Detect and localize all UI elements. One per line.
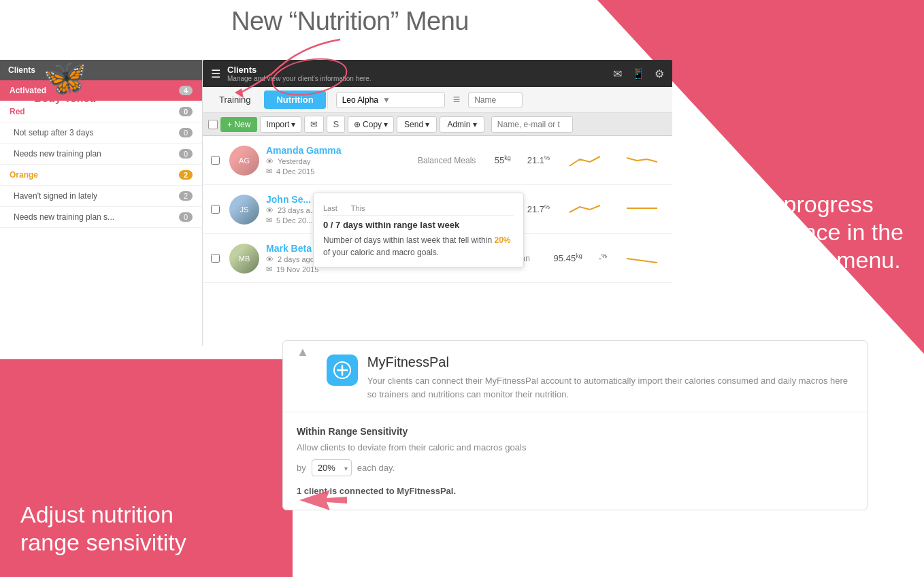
eye-icon: 👁: [266, 255, 274, 263]
butterfly-icon: 🦋: [34, 60, 96, 95]
eye-icon: 👁: [266, 206, 274, 214]
table-row: AG Amanda Gamma 👁 Yesterday ✉ 4 Dec 2015…: [203, 136, 672, 185]
name-filter-input[interactable]: [468, 92, 523, 108]
avatar: JS: [229, 195, 259, 225]
mfp-desc: Your clients can connect their MyFitness…: [367, 374, 853, 401]
chevron-down-icon: ▾: [425, 120, 429, 129]
svg-marker-0: [235, 88, 244, 98]
row-checkbox[interactable]: [211, 205, 220, 214]
sort-icon[interactable]: ≡: [453, 93, 461, 107]
svg-marker-5: [299, 490, 347, 510]
svg-point-1: [269, 54, 349, 100]
mfp-logo-svg: [333, 361, 352, 380]
bottom-left-promo-text: Adjust nutritionrange sensivitity: [20, 501, 186, 557]
collapse-icon[interactable]: ▲: [297, 345, 309, 359]
copy-button[interactable]: ⊕ Copy ▾: [348, 116, 394, 133]
sidebar-item-label: Not setup after 3 days: [14, 128, 93, 137]
client-plan: Balanced Meals: [406, 156, 488, 165]
send-button[interactable]: Send ▾: [397, 116, 437, 133]
trend-chart: [623, 249, 664, 268]
tooltip-box: Last This 0 / 7 days within range last w…: [313, 193, 524, 267]
select-all-checkbox[interactable]: [208, 120, 218, 129]
sidebar-item-label: Orange: [10, 170, 38, 180]
logo-text: Body Toned: [34, 93, 96, 105]
client-name[interactable]: Amanda Gamma: [266, 145, 399, 156]
sensitivity-select[interactable]: 5% 10% 15% 20% 25% 30%: [312, 459, 352, 476]
logo-area: 🦋 Body Toned: [34, 60, 96, 105]
sidebar-item-havent-signed[interactable]: Haven't signed in lately 2: [0, 186, 202, 207]
fat-stat: -%: [599, 252, 607, 263]
mfp-section: ▲ MyFitnessPal Your clients can connect …: [283, 341, 867, 412]
sensitivity-title: Within Range Sensitivity: [297, 426, 853, 437]
nav-icons: ✉ 📱 ⚙: [613, 67, 664, 80]
envelope-icon: ✉: [266, 167, 272, 176]
badge: 0: [179, 212, 193, 222]
arrow-annotation-svg: [293, 483, 354, 517]
client-panel-header: Clients: [0, 60, 202, 80]
trend-chart: [566, 151, 607, 170]
client-stats: 95.45kg -%: [554, 249, 664, 268]
client-meta: 👁 Yesterday: [266, 157, 399, 165]
sidebar-item-needs-training[interactable]: Needs new training plan 0: [0, 144, 202, 165]
badge: 0: [179, 107, 193, 116]
sensitivity-after-label: each day.: [357, 463, 395, 473]
chevron-down-icon: ▾: [473, 120, 477, 129]
search-input[interactable]: [491, 116, 573, 133]
sidebar-item-notsetup[interactable]: Not setup after 3 days 0: [0, 122, 202, 144]
client-info: Amanda Gamma 👁 Yesterday ✉ 4 Dec 2015: [266, 145, 399, 176]
client-panel: Clients Activated 4 Red 0 Not setup afte…: [0, 60, 203, 346]
badge: 2: [179, 170, 193, 180]
badge: 4: [179, 86, 193, 95]
sidebar-item-needs-training-s[interactable]: Needs new training plan s... 0: [0, 207, 202, 228]
trend-chart-2: [623, 151, 664, 170]
annotation-area: New “Nutrition” Menu: [231, 7, 469, 36]
sensitivity-text-before: Allow clients to deviate from their calo…: [297, 442, 853, 452]
chevron-down-icon: ▼: [382, 95, 391, 105]
weight-stat: 95.45kg: [554, 252, 582, 263]
annotation-title: New “Nutrition” Menu: [231, 7, 469, 36]
connected-text: 1 client is connected to MyFitnessPal.: [297, 486, 853, 496]
mfp-title: MyFitnessPal: [367, 355, 853, 370]
row-checkbox[interactable]: [211, 156, 220, 165]
last-label: Last: [323, 204, 337, 212]
tooltip-title: 0 / 7 days within range last week: [323, 220, 514, 230]
fat-stat: 21.7%: [527, 203, 550, 214]
settings-icon[interactable]: ⚙: [655, 67, 664, 80]
client-stats: 55kg 21.1%: [495, 151, 664, 170]
badge: 2: [179, 191, 193, 201]
copy-icon: ⊕: [354, 120, 361, 129]
admin-button[interactable]: Admin ▾: [440, 116, 484, 133]
row-checkbox[interactable]: [211, 254, 220, 263]
sidebar-item-red[interactable]: Red 0: [0, 101, 202, 122]
badge: 0: [179, 128, 193, 137]
client-meta-date: ✉ 4 Dec 2015: [266, 167, 399, 176]
this-label: This: [351, 204, 365, 212]
sidebar-item-label: Red: [10, 107, 25, 116]
sensitivity-by-label: by: [297, 463, 306, 473]
email-action-button[interactable]: ✉: [304, 116, 324, 133]
envelope-icon: ✉: [266, 265, 272, 274]
avatar: MB: [229, 244, 259, 274]
skype-button[interactable]: S: [327, 116, 345, 133]
sensitivity-inline: by 5% 10% 15% 20% 25% 30% ▾ each day.: [297, 459, 853, 476]
mobile-icon[interactable]: 📱: [631, 67, 645, 80]
weight-stat: 55kg: [495, 154, 511, 165]
curved-arrow-svg: [218, 33, 367, 101]
sidebar-item-label: Haven't signed in lately: [14, 191, 97, 201]
sidebar-item-label: Needs new training plan: [14, 149, 101, 159]
sidebar-item-activated[interactable]: Activated 4: [0, 80, 202, 101]
mail-icon[interactable]: ✉: [613, 67, 622, 80]
avatar: AG: [229, 146, 259, 176]
bottom-panel: ▲ MyFitnessPal Your clients can connect …: [282, 340, 868, 510]
import-button[interactable]: Import ▾: [260, 116, 301, 133]
trend-chart-2: [623, 200, 664, 219]
chevron-down-icon: ▾: [291, 120, 295, 129]
fat-stat: 21.1%: [527, 154, 550, 165]
sidebar-item-orange[interactable]: Orange 2: [0, 165, 202, 186]
tooltip-text: Number of days within last week that fel…: [323, 234, 514, 259]
new-button[interactable]: + New: [220, 117, 257, 132]
chevron-down-icon: ▾: [384, 120, 388, 129]
envelope-icon: ✉: [266, 216, 272, 225]
select-wrapper: 5% 10% 15% 20% 25% 30% ▾: [312, 459, 352, 476]
right-promo-text: View progressat a glance in the"Nutritio…: [727, 191, 904, 274]
